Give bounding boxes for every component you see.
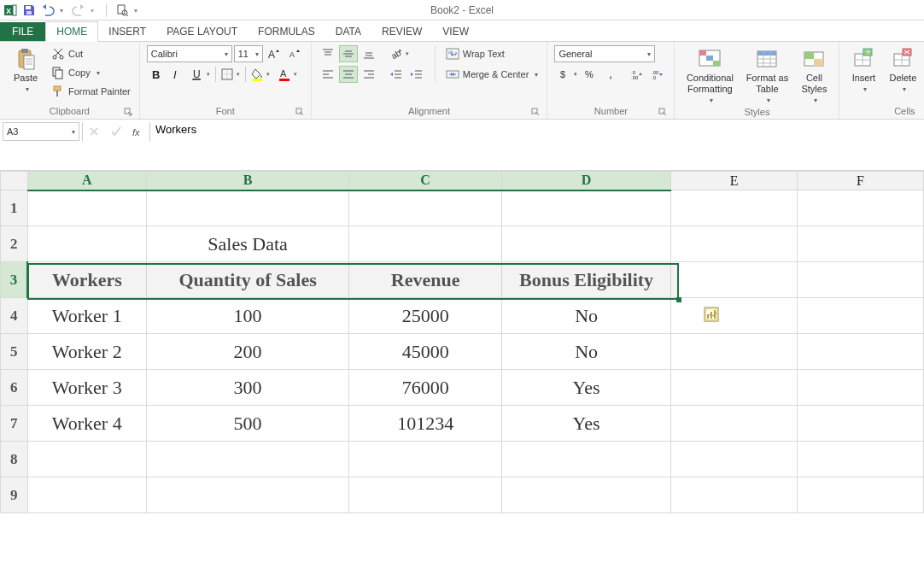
col-header-A[interactable]: A <box>27 172 146 190</box>
align-middle-button[interactable] <box>339 45 358 62</box>
cell-A5[interactable]: Worker 2 <box>27 334 146 370</box>
quick-analysis-icon[interactable] <box>704 307 719 322</box>
bold-button[interactable]: B <box>147 66 166 83</box>
delete-cells-button[interactable]: Delete <box>886 45 920 94</box>
cut-button[interactable]: Cut <box>50 45 132 62</box>
cell-C3[interactable]: Revenue <box>349 262 501 298</box>
fill-color-button[interactable] <box>248 66 273 83</box>
cell-E7[interactable] <box>671 406 798 442</box>
cell-styles-button[interactable]: Cell Styles <box>796 45 832 105</box>
col-header-E[interactable]: E <box>671 172 798 190</box>
redo-dropdown-icon[interactable]: ▾ <box>91 7 97 14</box>
cell-A7[interactable]: Worker 4 <box>27 406 146 442</box>
cell-C2[interactable] <box>349 226 501 262</box>
cell-B6[interactable]: 300 <box>146 370 349 406</box>
cell-D3[interactable]: Bonus Eligibility <box>501 262 670 298</box>
tab-file[interactable]: FILE <box>0 22 45 41</box>
copy-button[interactable]: Copy <box>50 64 132 81</box>
row-header-5[interactable]: 5 <box>1 334 28 370</box>
cell-D2[interactable] <box>501 226 670 262</box>
tab-review[interactable]: REVIEW <box>371 22 432 41</box>
cell-C4[interactable]: 25000 <box>349 298 501 334</box>
cell-A8[interactable] <box>27 442 146 477</box>
cell-F4[interactable] <box>798 298 924 334</box>
align-center-button[interactable] <box>339 66 358 83</box>
insert-cells-button[interactable]: + Insert <box>846 45 880 94</box>
shrink-font-button[interactable]: A <box>285 45 304 62</box>
formula-input[interactable] <box>150 120 924 167</box>
cell-D4[interactable]: No <box>501 298 670 334</box>
dialog-launcher-icon[interactable] <box>124 108 132 116</box>
paste-button[interactable]: Paste <box>7 45 44 94</box>
wrap-text-button[interactable]: ab Wrap Text <box>444 45 541 62</box>
cell-D7[interactable]: Yes <box>501 406 670 442</box>
font-name-combo[interactable]: Calibri▾ <box>147 45 232 62</box>
row-header-8[interactable]: 8 <box>1 442 28 477</box>
cell-E3[interactable] <box>671 262 798 298</box>
undo-icon[interactable] <box>41 3 55 17</box>
save-icon[interactable] <box>22 3 36 17</box>
col-header-B[interactable]: B <box>146 172 349 190</box>
row-header-7[interactable]: 7 <box>1 406 28 442</box>
cell-B9[interactable] <box>146 477 349 513</box>
row-header-4[interactable]: 4 <box>1 298 28 334</box>
cell-E8[interactable] <box>671 442 798 477</box>
cell-F3[interactable] <box>798 262 924 298</box>
cell-E6[interactable] <box>671 370 798 406</box>
cell-E9[interactable] <box>671 477 798 513</box>
redo-icon[interactable] <box>72 3 85 17</box>
name-box[interactable]: A3▾ <box>3 122 79 141</box>
cell-D1[interactable] <box>501 190 670 226</box>
align-right-button[interactable] <box>360 66 378 83</box>
cell-E2[interactable] <box>671 226 798 262</box>
borders-button[interactable] <box>218 66 243 83</box>
tab-data[interactable]: DATA <box>325 22 371 41</box>
cell-C9[interactable] <box>349 477 501 513</box>
decrease-decimal-button[interactable]: .00.0 <box>648 66 667 83</box>
cell-C7[interactable]: 101234 <box>349 406 501 442</box>
row-header-6[interactable]: 6 <box>1 370 28 406</box>
cell-F8[interactable] <box>798 442 924 477</box>
tab-formulas[interactable]: FORMULAS <box>248 22 325 41</box>
cell-E4[interactable] <box>671 298 798 334</box>
align-left-button[interactable] <box>319 66 337 83</box>
cell-A4[interactable]: Worker 1 <box>27 298 146 334</box>
percent-button[interactable]: % <box>582 66 600 83</box>
cell-B1[interactable] <box>146 190 349 226</box>
accounting-format-button[interactable]: $ <box>554 66 580 83</box>
cell-F9[interactable] <box>798 477 924 513</box>
cell-F6[interactable] <box>798 370 924 406</box>
undo-dropdown-icon[interactable]: ▾ <box>60 7 67 14</box>
cell-E1[interactable] <box>671 190 798 226</box>
cell-D5[interactable]: No <box>501 334 670 370</box>
dialog-launcher-icon[interactable] <box>531 108 540 116</box>
col-header-F[interactable]: F <box>798 172 924 190</box>
align-top-button[interactable] <box>319 45 337 62</box>
col-header-D[interactable]: D <box>501 172 670 190</box>
cell-F2[interactable] <box>798 226 924 262</box>
qat-customize-icon[interactable]: ▾ <box>134 7 141 14</box>
cell-E5[interactable] <box>671 334 798 370</box>
cell-C8[interactable] <box>349 442 501 477</box>
tab-view[interactable]: VIEW <box>432 22 479 41</box>
cell-B8[interactable] <box>146 442 349 477</box>
orientation-button[interactable]: ab <box>387 45 412 62</box>
increase-indent-button[interactable] <box>407 66 426 83</box>
cell-D6[interactable]: Yes <box>501 370 670 406</box>
font-color-button[interactable]: A <box>275 66 301 83</box>
cell-B5[interactable]: 200 <box>146 334 349 370</box>
decrease-indent-button[interactable] <box>387 66 406 83</box>
cell-B7[interactable]: 500 <box>146 406 349 442</box>
align-bottom-button[interactable] <box>360 45 378 62</box>
format-painter-button[interactable]: Format Painter <box>50 83 132 100</box>
print-preview-icon[interactable] <box>115 3 129 17</box>
cell-F7[interactable] <box>798 406 924 442</box>
insert-function-button[interactable]: fx <box>127 122 149 141</box>
row-header-1[interactable]: 1 <box>1 190 28 226</box>
cell-D8[interactable] <box>501 442 670 477</box>
confirm-edit-button[interactable] <box>105 122 127 141</box>
underline-button[interactable]: U <box>188 66 213 83</box>
cell-A1[interactable] <box>27 190 146 226</box>
select-all-corner[interactable] <box>1 172 28 190</box>
tab-insert[interactable]: INSERT <box>98 22 156 41</box>
